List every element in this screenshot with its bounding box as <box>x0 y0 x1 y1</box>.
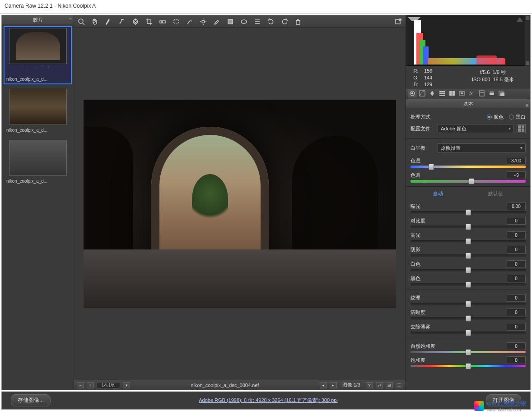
color-sampler-tool-icon[interactable] <box>117 17 126 26</box>
svg-point-2 <box>133 19 138 24</box>
wb-value: 原照设置 <box>441 145 461 151</box>
clarity-slider[interactable] <box>411 317 526 320</box>
white-balance-tool-icon[interactable] <box>104 17 113 26</box>
saturation-slider[interactable] <box>411 365 526 367</box>
brush-tool-icon[interactable] <box>212 17 221 26</box>
panel-title: 基本 ≡ <box>406 99 530 108</box>
tint-value[interactable]: +9 <box>507 171 526 179</box>
contrast-value[interactable]: 0 <box>507 217 526 225</box>
tint-slider[interactable] <box>411 180 526 183</box>
spot-removal-tool-icon[interactable] <box>185 17 194 26</box>
hand-tool-icon[interactable] <box>90 17 99 26</box>
copy-settings-button[interactable]: ⊞ <box>386 382 393 388</box>
readout-b: 129 <box>423 81 434 88</box>
exposure-value[interactable]: 0.00 <box>507 203 526 210</box>
filmstrip-menu-icon[interactable]: ≡ <box>69 17 72 22</box>
exposure-slider[interactable] <box>411 211 526 214</box>
trash-icon[interactable] <box>294 17 303 26</box>
highlights-value[interactable]: 0 <box>507 231 526 239</box>
contrast-label: 对比度 <box>411 217 425 224</box>
shadows-label: 阴影 <box>411 246 420 253</box>
texture-value[interactable]: 0 <box>507 294 526 302</box>
workflow-link[interactable]: Adobe RGB (1998); 8 位; 4928 x 3264 (16.1… <box>56 397 481 404</box>
zoom-tool-icon[interactable] <box>77 17 86 26</box>
zoom-level[interactable]: 14.1% <box>97 382 120 388</box>
auto-button[interactable]: 自动 <box>433 190 443 199</box>
filmstrip-title: 胶片 <box>33 17 43 23</box>
whites-slider[interactable] <box>411 269 526 272</box>
exposure-readout: f/5.6 1/6 秒 ISO 800 18.5 毫米 <box>456 66 530 88</box>
tab-curve-icon[interactable] <box>418 89 427 97</box>
profile-label: 配置文件: <box>411 125 438 132</box>
crop-tool-icon[interactable] <box>145 17 154 26</box>
svg-rect-24 <box>439 93 445 94</box>
histogram[interactable] <box>406 15 525 66</box>
open-object-icon[interactable] <box>394 17 403 26</box>
undo-icon[interactable] <box>266 17 275 26</box>
saturation-value[interactable]: 0 <box>507 356 526 364</box>
presets-icon[interactable] <box>253 17 262 26</box>
dehaze-slider[interactable] <box>411 332 526 334</box>
treatment-color-radio[interactable] <box>487 115 492 120</box>
tab-basic-icon[interactable] <box>408 89 417 97</box>
status-bar: − + 14.1% ▾ nikon_coolpix_a_dsc_0004.nef… <box>74 380 406 390</box>
tab-fx-icon[interactable]: fx <box>467 89 476 97</box>
profile-browser-icon[interactable] <box>517 124 526 133</box>
zoom-out-button[interactable]: − <box>77 382 84 388</box>
panel-menu-icon[interactable]: ≡ <box>526 101 528 110</box>
shadows-value[interactable]: 0 <box>507 246 526 254</box>
redo-icon[interactable] <box>280 17 289 26</box>
prev-image-button[interactable]: ◂ <box>320 382 327 388</box>
temp-value[interactable]: 3700 <box>507 157 526 165</box>
zoom-menu-icon[interactable]: ▾ <box>123 382 130 388</box>
temp-slider[interactable] <box>411 166 526 168</box>
redeye-tool-icon[interactable] <box>199 17 208 26</box>
thumb-2[interactable]: nikon_coolpix_a_d... <box>4 87 72 135</box>
tab-presets-icon[interactable] <box>487 89 496 97</box>
thumb-1-rating[interactable]: · · · · · <box>5 64 70 69</box>
next-image-button[interactable]: ▸ <box>330 382 337 388</box>
tab-lens-icon[interactable] <box>457 89 467 97</box>
default-button[interactable]: 默认值 <box>488 190 503 199</box>
right-scrollbar-top[interactable] <box>525 15 530 66</box>
clarity-value[interactable]: 0 <box>507 309 526 316</box>
treatment-bw-radio[interactable] <box>509 115 514 120</box>
vibrance-value[interactable]: 0 <box>507 342 526 350</box>
compare-y-button[interactable]: Y <box>366 382 373 388</box>
contrast-slider[interactable] <box>411 226 526 228</box>
tab-hsl-icon[interactable] <box>438 89 447 97</box>
readout-focal: 18.5 毫米 <box>493 77 514 82</box>
save-image-button[interactable]: 存储图像... <box>11 394 51 406</box>
texture-slider[interactable] <box>411 303 526 305</box>
straighten-tool-icon[interactable] <box>158 17 167 26</box>
thumb-1[interactable]: · · · · · nikon_coolpix_a_d... <box>4 26 72 84</box>
swap-button[interactable]: ⇄ <box>376 382 383 388</box>
radial-tool-icon[interactable] <box>239 17 248 26</box>
tab-snapshots-icon[interactable] <box>497 89 506 97</box>
tab-split-icon[interactable] <box>448 89 457 97</box>
transform-tool-icon[interactable] <box>172 17 181 26</box>
blacks-slider[interactable] <box>411 283 526 286</box>
main-area: 胶片 ≡ · · · · · nikon_coolpix_a_d... niko… <box>1 15 531 390</box>
zoom-in-button[interactable]: + <box>87 382 94 388</box>
tab-calibration-icon[interactable] <box>477 89 486 97</box>
highlights-slider[interactable] <box>411 240 526 243</box>
profile-select[interactable]: Adobe 颜色 <box>438 124 514 133</box>
tab-detail-icon[interactable] <box>428 89 437 97</box>
thumb-3[interactable]: nikon_coolpix_a_d... <box>4 138 72 186</box>
thumb-2-image <box>9 89 67 125</box>
vibrance-slider[interactable] <box>411 351 526 353</box>
open-image-button[interactable]: 打开图像 <box>486 394 521 406</box>
shadows-slider[interactable] <box>411 254 526 257</box>
target-adjust-tool-icon[interactable] <box>131 17 140 26</box>
gradient-tool-icon[interactable] <box>226 17 235 26</box>
whites-value[interactable]: 0 <box>507 260 526 268</box>
blacks-value[interactable]: 0 <box>507 275 526 282</box>
wb-select[interactable]: 原照设置 <box>438 143 526 152</box>
fullscreen-icon[interactable]: ☰ <box>396 382 403 388</box>
readout-aperture: f/5.6 <box>480 69 490 75</box>
dehaze-value[interactable]: 0 <box>507 323 526 331</box>
svg-rect-39 <box>500 92 504 96</box>
dehaze-label: 去除薄雾 <box>411 323 430 330</box>
canvas[interactable] <box>74 28 406 380</box>
